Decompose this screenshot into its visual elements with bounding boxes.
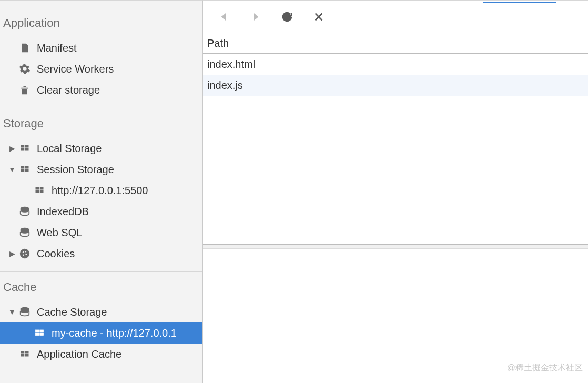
sidebar-item-label: Web SQL (37, 227, 82, 239)
svg-point-18 (23, 255, 24, 256)
svg-point-14 (20, 249, 29, 258)
sidebar-item-cache-storage[interactable]: ▼ Cache Storage (0, 301, 202, 322)
application-sidebar: Application Manifest Service Workers (0, 0, 203, 383)
section-divider (0, 271, 202, 272)
sidebar-item-service-workers[interactable]: Service Workers (0, 58, 202, 79)
section-title-storage: Storage (0, 112, 202, 138)
active-tab-indicator (483, 0, 556, 3)
table-header-path[interactable]: Path (203, 33, 588, 54)
sidebar-item-clear-storage[interactable]: Clear storage (0, 79, 202, 100)
sidebar-item-websql[interactable]: Web SQL (0, 222, 202, 243)
database-icon (18, 205, 32, 218)
close-button[interactable] (311, 9, 326, 24)
sidebar-item-label: IndexedDB (37, 206, 89, 218)
gear-icon (18, 62, 32, 76)
svg-rect-24 (21, 351, 25, 354)
svg-rect-23 (40, 333, 44, 336)
table-icon (33, 326, 46, 340)
sidebar-item-indexeddb[interactable]: IndexedDB (0, 201, 202, 222)
database-icon (18, 305, 32, 319)
svg-rect-11 (40, 190, 44, 193)
cache-entries-table: index.html index.js (203, 54, 588, 96)
sidebar-item-label: Session Storage (37, 164, 114, 176)
table-icon (33, 184, 46, 197)
main-panel: Path index.html index.js (203, 0, 588, 383)
forward-button[interactable] (248, 9, 263, 24)
svg-rect-21 (40, 330, 44, 332)
svg-rect-8 (36, 187, 39, 190)
sidebar-item-label: Cookies (37, 248, 75, 260)
svg-rect-9 (40, 187, 44, 190)
svg-rect-27 (25, 354, 29, 357)
sidebar-item-label: Manifest (37, 42, 77, 54)
svg-rect-6 (21, 169, 25, 172)
cookie-icon (18, 247, 32, 260)
table-icon (18, 163, 32, 176)
sidebar-item-local-storage[interactable]: ▶ Local Storage (0, 138, 202, 159)
chevron-right-icon[interactable]: ▶ (7, 144, 17, 153)
svg-rect-1 (25, 145, 29, 148)
svg-rect-7 (25, 169, 29, 172)
table-row[interactable]: index.html (203, 54, 588, 75)
sidebar-item-session-storage-origin[interactable]: http://127.0.0.1:5500 (0, 180, 202, 201)
cell-path: index.html (207, 58, 255, 70)
sidebar-item-label: Service Workers (37, 63, 114, 75)
sidebar-item-label: my-cache - http://127.0.0.1 (52, 327, 177, 339)
svg-rect-3 (25, 148, 29, 151)
sidebar-item-manifest[interactable]: Manifest (0, 37, 202, 58)
refresh-button[interactable] (280, 9, 295, 24)
sidebar-item-cookies[interactable]: ▶ Cookies (0, 243, 202, 264)
svg-rect-25 (25, 351, 29, 354)
sidebar-item-label: Local Storage (37, 143, 102, 155)
svg-rect-22 (36, 333, 39, 336)
split-pane-divider[interactable] (203, 244, 588, 249)
svg-point-16 (25, 251, 26, 252)
svg-rect-5 (25, 166, 29, 169)
cache-toolbar (203, 1, 588, 33)
section-title-cache: Cache (0, 275, 202, 301)
table-icon (18, 142, 32, 155)
chevron-right-icon[interactable]: ▶ (7, 249, 17, 258)
database-icon (18, 226, 32, 239)
table-icon (18, 347, 32, 361)
chevron-down-icon[interactable]: ▼ (7, 308, 17, 316)
sidebar-item-my-cache[interactable]: my-cache - http://127.0.0.1 (0, 322, 202, 344)
file-icon (18, 41, 32, 55)
sidebar-item-session-storage[interactable]: ▼ Session Storage (0, 159, 202, 180)
svg-rect-2 (21, 148, 25, 151)
watermark-text: @稀土掘金技术社区 (507, 362, 583, 374)
svg-point-15 (23, 251, 24, 253)
sidebar-item-label: http://127.0.0.1:5500 (52, 185, 148, 197)
svg-rect-20 (36, 330, 39, 332)
trash-icon (18, 83, 32, 97)
section-divider (0, 108, 202, 108)
sidebar-item-application-cache[interactable]: Application Cache (0, 344, 202, 365)
svg-rect-26 (21, 354, 25, 357)
sidebar-item-label: Clear storage (37, 84, 100, 96)
svg-rect-0 (21, 145, 25, 148)
section-title-application: Application (0, 11, 202, 37)
svg-rect-10 (36, 190, 39, 193)
svg-point-17 (25, 254, 27, 255)
chevron-down-icon[interactable]: ▼ (7, 165, 17, 174)
cell-path: index.js (207, 79, 243, 92)
sidebar-item-label: Application Cache (37, 348, 121, 360)
back-button[interactable] (217, 9, 231, 24)
table-row[interactable]: index.js (203, 75, 588, 96)
sidebar-item-label: Cache Storage (37, 306, 107, 318)
svg-rect-4 (21, 166, 25, 169)
column-header-label: Path (207, 37, 229, 49)
